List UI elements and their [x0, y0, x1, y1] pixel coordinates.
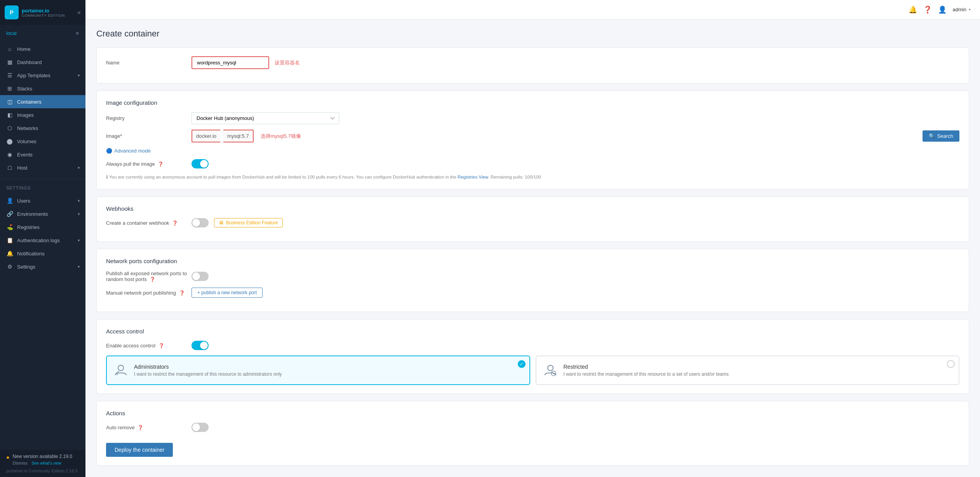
sidebar-nav: ⌂ Home ▦ Dashboard ☰ App Templates ⊞ Sta…: [0, 40, 85, 177]
sidebar-item-host[interactable]: ☖ Host: [0, 161, 85, 174]
registry-label: Registry: [106, 115, 191, 121]
always-pull-label: Always pull the image ❓: [106, 161, 191, 167]
actions-title: Actions: [106, 410, 959, 416]
bell-icon[interactable]: 🔔: [909, 5, 917, 14]
image-field-area: docker.io mysql:5.7 选择mysql5.7镜像 🔍 Searc…: [191, 130, 959, 142]
sidebar-item-notifications[interactable]: 🔔 Notifications: [0, 247, 85, 260]
image-row: Image* docker.io mysql:5.7 选择mysql5.7镜像 …: [106, 130, 959, 142]
search-icon: 🔍: [929, 133, 935, 139]
publish-new-port-button[interactable]: + publish a new network port: [191, 288, 263, 298]
deploy-label: Deploy the container: [115, 447, 164, 453]
volumes-icon: ⬤: [6, 138, 13, 144]
auto-remove-toggle[interactable]: [191, 423, 209, 432]
sidebar-item-label: Registries: [17, 224, 40, 230]
sidebar-item-images[interactable]: ◧ Images: [0, 108, 85, 121]
user-profile-icon[interactable]: 👤: [938, 5, 947, 14]
sidebar-item-app-templates[interactable]: ☰ App Templates: [0, 69, 85, 82]
admin-card-text: Administrators I want to restrict the ma…: [134, 364, 282, 377]
sidebar-local-section: local ✕: [0, 25, 85, 40]
sidebar-item-stacks[interactable]: ⊞ Stacks: [0, 82, 85, 95]
see-whats-new-link[interactable]: See what's new: [31, 461, 61, 465]
networks-icon: ⬡: [6, 125, 13, 131]
enable-access-toggle[interactable]: [191, 341, 209, 350]
sidebar-item-users[interactable]: 👤 Users: [0, 194, 85, 207]
sidebar-item-networks[interactable]: ⬡ Networks: [0, 121, 85, 135]
sidebar-item-containers[interactable]: ◫ Containers: [0, 95, 85, 108]
container-name-input[interactable]: [191, 56, 269, 69]
sidebar-item-label: Notifications: [17, 251, 45, 257]
topbar: 🔔 ❓ 👤 admin ▾: [85, 0, 980, 19]
restricted-card-text: Restricted I want to restrict the manage…: [564, 364, 729, 377]
content-area: Create container Name 设置容器名 Image config…: [85, 19, 980, 477]
publish-new-port-label: + publish a new network port: [197, 290, 257, 295]
local-env-label: local: [6, 30, 17, 36]
settings-icon: ⚙: [6, 264, 13, 270]
local-env-close[interactable]: ✕: [75, 31, 79, 36]
dismiss-link[interactable]: Dismiss: [12, 461, 28, 465]
sidebar-item-label: Settings: [17, 264, 35, 270]
help-icon[interactable]: ❓: [923, 5, 932, 14]
auto-remove-help-icon[interactable]: ❓: [138, 425, 143, 430]
name-label: Name: [106, 60, 191, 66]
advanced-mode-icon: 🔵: [106, 148, 112, 154]
network-ports-title: Network ports configuration: [106, 258, 959, 264]
svg-point-2: [548, 365, 553, 371]
image-config-title: Image configuration: [106, 99, 959, 106]
manual-network-help-icon[interactable]: ❓: [179, 290, 185, 296]
sidebar-item-label: Users: [17, 198, 30, 204]
webhook-toggle[interactable]: [191, 218, 209, 227]
sidebar-item-registries[interactable]: ⛳ Registries: [0, 220, 85, 234]
manual-network-label: Manual network port publishing ❓: [106, 290, 191, 296]
name-section: Name 设置容器名: [96, 47, 969, 83]
admin-icon: [113, 363, 129, 378]
webhook-help-icon[interactable]: ❓: [172, 220, 178, 226]
app-templates-icon: ☰: [6, 72, 13, 78]
enable-access-help-icon[interactable]: ❓: [158, 343, 164, 349]
sidebar-item-label: Home: [17, 46, 31, 52]
publish-all-help-icon[interactable]: ❓: [150, 277, 155, 282]
deploy-button[interactable]: Deploy the container: [106, 443, 173, 457]
access-card-restricted[interactable]: Restricted I want to restrict the manage…: [536, 356, 960, 385]
portainer-logo-icon: P: [5, 5, 19, 19]
sidebar-settings-nav: 👤 Users 🔗 Environments ⛳ Registries 📋 Au…: [0, 192, 85, 276]
access-cards-container: Administrators I want to restrict the ma…: [106, 356, 959, 385]
image-label: Image*: [106, 133, 191, 139]
manual-network-row: Manual network port publishing ❓ + publi…: [106, 288, 959, 298]
sidebar-item-volumes[interactable]: ⬤ Volumes: [0, 135, 85, 148]
sidebar-item-label: Networks: [17, 125, 38, 131]
pull-info-text: ℹ You are currently using an anonymous a…: [106, 174, 959, 180]
sidebar-item-label: Dashboard: [17, 59, 42, 65]
search-button[interactable]: 🔍 Search: [923, 130, 959, 142]
sidebar-item-label: Events: [17, 152, 33, 158]
sidebar-collapse-button[interactable]: «: [77, 9, 81, 16]
advanced-mode-link[interactable]: 🔵 Advanced mode: [106, 148, 959, 154]
always-pull-toggle[interactable]: [191, 159, 209, 168]
publish-all-label: Publish all exposed network ports to ran…: [106, 271, 191, 282]
sidebar-item-environments[interactable]: 🔗 Environments: [0, 207, 85, 220]
remaining-pulls: Remaining pulls: 100/100: [491, 175, 541, 179]
sidebar-item-label: Host: [17, 165, 28, 171]
sidebar-item-dashboard[interactable]: ▦ Dashboard: [0, 56, 85, 69]
containers-icon: ◫: [6, 99, 13, 105]
building-icon: 🏛: [219, 220, 224, 225]
sidebar-item-label: Authentication logs: [17, 238, 60, 243]
stacks-icon: ⊞: [6, 85, 13, 92]
sidebar-item-auth-logs[interactable]: 📋 Authentication logs: [0, 234, 85, 247]
restricted-card-desc: I want to restrict the management of thi…: [564, 371, 729, 377]
topbar-user-menu[interactable]: admin ▾: [953, 7, 971, 12]
webhook-row: Create a container webhook ❓ 🏛 Business …: [106, 218, 959, 227]
name-row: Name 设置容器名: [106, 56, 959, 69]
sidebar-item-label: Volumes: [17, 139, 37, 144]
sidebar-item-home[interactable]: ⌂ Home: [0, 42, 85, 56]
sidebar-item-events[interactable]: ◉ Events: [0, 148, 85, 161]
registry-row: Registry Docker Hub (anonymous): [106, 112, 959, 124]
users-icon: 👤: [6, 198, 13, 204]
always-pull-help-icon[interactable]: ❓: [158, 161, 164, 167]
registry-select[interactable]: Docker Hub (anonymous): [191, 112, 339, 124]
sidebar-item-settings[interactable]: ⚙ Settings: [0, 260, 85, 273]
image-tag: mysql:5.7: [223, 130, 254, 142]
registries-view-link[interactable]: Registries View: [458, 175, 488, 179]
access-card-administrators[interactable]: Administrators I want to restrict the ma…: [106, 356, 530, 385]
info-icon: ℹ: [106, 175, 108, 179]
publish-all-toggle[interactable]: [191, 272, 209, 281]
